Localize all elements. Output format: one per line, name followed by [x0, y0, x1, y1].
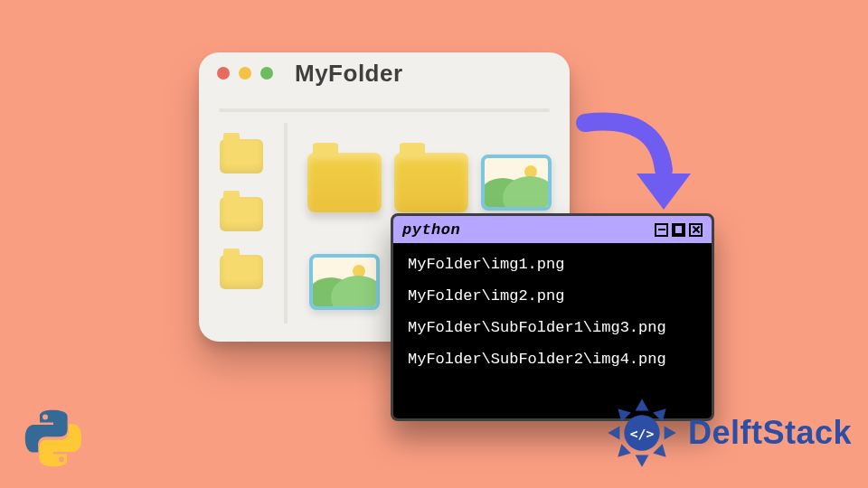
- folder-icon: [394, 153, 468, 212]
- window-titlebar: MyFolder: [199, 52, 570, 94]
- svg-marker-6: [608, 427, 619, 440]
- terminal-window-controls: [655, 223, 703, 237]
- delftstack-name: DelftStack: [688, 414, 852, 452]
- svg-marker-0: [636, 399, 649, 410]
- svg-marker-4: [636, 455, 649, 467]
- close-icon[interactable]: [689, 223, 703, 237]
- python-logo-icon: [24, 408, 83, 468]
- terminal-line: MyFolder\SubFolder2\img4.png: [408, 351, 697, 368]
- terminal-line: MyFolder\img2.png: [408, 287, 697, 305]
- terminal-window: python MyFolder\img1.png MyFolder\img2.p…: [391, 213, 714, 421]
- terminal-line: MyFolder\img1.png: [408, 256, 697, 273]
- svg-text:</>: </>: [630, 426, 655, 441]
- sidebar-folder-icon[interactable]: [220, 139, 263, 174]
- svg-marker-5: [613, 444, 631, 462]
- image-icon: [481, 155, 552, 211]
- terminal-line: MyFolder\SubFolder1\img3.png: [408, 319, 697, 336]
- svg-marker-3: [653, 444, 671, 462]
- delftstack-logo: </> DelftStack: [605, 396, 852, 470]
- grid-item[interactable]: [307, 137, 382, 228]
- terminal-output: MyFolder\img1.png MyFolder\img2.png MyFo…: [393, 243, 712, 380]
- image-icon: [309, 254, 380, 310]
- sidebar-folder-icon[interactable]: [220, 255, 263, 289]
- folder-icon: [307, 153, 382, 212]
- grid-item[interactable]: [307, 237, 382, 327]
- maximize-dot-icon[interactable]: [260, 67, 273, 80]
- titlebar-divider: [219, 108, 550, 112]
- svg-marker-1: [653, 404, 671, 422]
- sidebar: [199, 123, 288, 324]
- delftstack-mark-icon: </>: [605, 396, 679, 470]
- terminal-titlebar: python: [393, 216, 712, 243]
- minimize-dot-icon[interactable]: [239, 67, 251, 80]
- svg-marker-7: [613, 404, 631, 422]
- arrow-icon: [571, 103, 698, 230]
- minimize-icon[interactable]: [655, 223, 668, 237]
- terminal-title: python: [402, 221, 460, 239]
- maximize-icon[interactable]: [672, 223, 685, 237]
- svg-marker-2: [665, 427, 676, 440]
- window-title: MyFolder: [295, 60, 403, 88]
- sidebar-folder-icon[interactable]: [220, 197, 263, 231]
- close-dot-icon[interactable]: [217, 67, 230, 80]
- traffic-lights: [217, 67, 273, 80]
